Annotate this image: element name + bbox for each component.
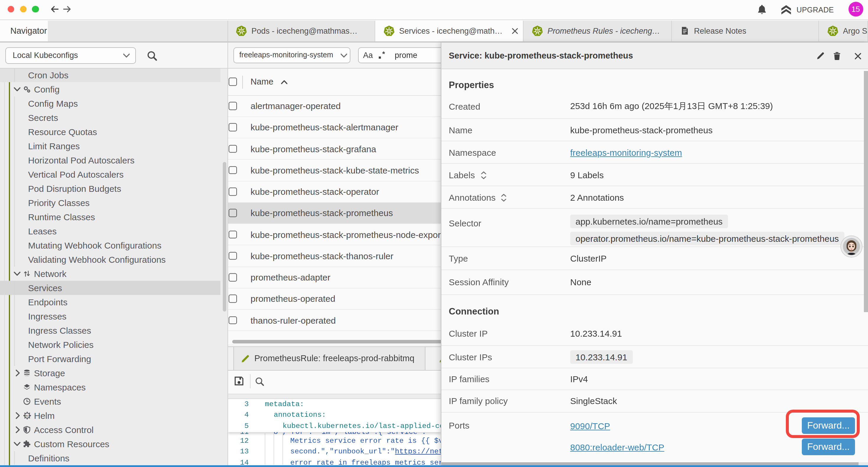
- svg-text:*: *: [382, 51, 385, 58]
- svg-text:HELM: HELM: [24, 415, 30, 417]
